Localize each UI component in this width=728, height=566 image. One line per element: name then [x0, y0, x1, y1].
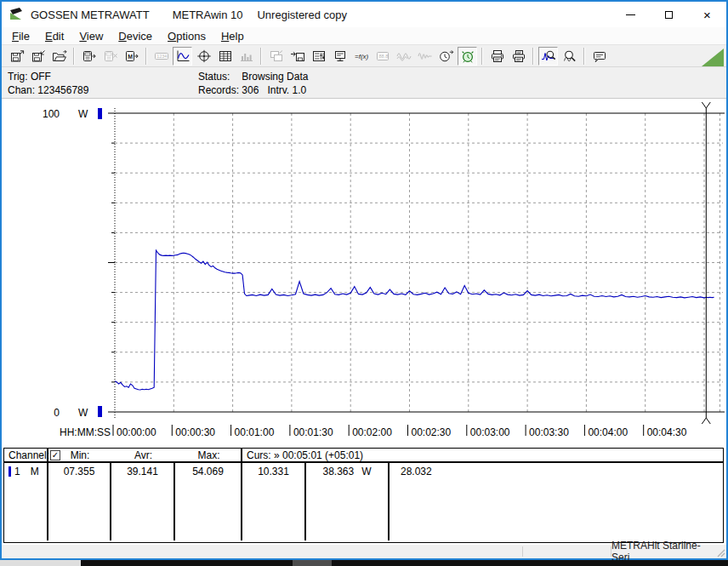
svg-text:1234: 1234	[156, 54, 167, 59]
time-export-icon	[439, 49, 454, 63]
sine-waves-icon	[396, 49, 412, 63]
menu-file[interactable]: File	[4, 28, 37, 44]
header-avr: Avr:	[111, 449, 175, 461]
resize-grip[interactable]	[717, 549, 725, 557]
svg-text:0: 0	[54, 407, 60, 419]
record-status-info: Status:Browsing Data Records: 306Intrv. …	[198, 70, 308, 97]
formula-editor-button[interactable]: =f(x)	[351, 47, 371, 66]
data-status-line: Status:Browsing Data	[198, 70, 308, 83]
channel-color-marker	[9, 466, 11, 477]
channel-number: 1	[14, 466, 20, 477]
panel-meter-icon: 88.8	[375, 49, 390, 63]
view-yt-chart-button[interactable]	[173, 47, 192, 66]
interval-value: Intrv. 1.0	[267, 84, 306, 96]
read-device-memory-button[interactable]: M	[122, 47, 141, 66]
view-xy-chart-button[interactable]	[194, 47, 213, 66]
measurement-table-panel: Channel: ✓ Min: Avr: Max: Curs: » 00:05:…	[2, 446, 726, 545]
svg-text:W: W	[78, 407, 88, 419]
toolbar-separator	[260, 48, 262, 65]
monitor-settings-button[interactable]	[330, 47, 350, 66]
header-cursor: Curs: » 00:05:01 (+05:01)	[242, 449, 723, 461]
svg-text:00:01:00: 00:01:00	[235, 426, 275, 438]
taskbar-strip	[0, 560, 728, 566]
time-export-button[interactable]	[436, 47, 456, 66]
save-file-as-button[interactable]	[28, 47, 48, 66]
svg-text:100: 100	[43, 108, 60, 120]
measurement-table-body: 1M 07.355 39.141 54.069 10.331 38.363W 2…	[4, 463, 723, 540]
header-min: Min:	[48, 449, 111, 461]
taskbar-light-segment	[0, 560, 81, 566]
svg-text:00:02:30: 00:02:30	[412, 426, 452, 438]
chart-grid	[115, 113, 723, 412]
channel-bottom-marker	[98, 406, 102, 417]
interval-timer-button[interactable]	[458, 47, 477, 66]
device-read-icon	[82, 49, 97, 63]
channel-settings-button[interactable]	[309, 47, 328, 66]
data-table-icon	[218, 49, 233, 63]
zoom-wave-icon	[541, 49, 556, 63]
print-button[interactable]	[487, 47, 507, 66]
formula-icon: =f(x)	[354, 49, 369, 63]
zoom-time-axis-button[interactable]	[538, 47, 558, 66]
data-status-value: Browsing Data	[242, 71, 308, 83]
screen: GOSSEN METRAWATT METRAwin 10 Unregistere…	[0, 0, 728, 566]
close-button[interactable]: ×	[688, 2, 726, 27]
close-icon: ×	[703, 9, 711, 21]
view-data-table-button[interactable]	[215, 47, 235, 66]
disconnect-device-button	[100, 47, 120, 66]
save-file-button[interactable]	[7, 47, 26, 66]
svg-text:00:03:30: 00:03:30	[529, 426, 569, 438]
metrawin-window: GOSSEN METRAWATT METRAwin 10 Unregistere…	[0, 0, 728, 560]
cell-delta: 28.032	[390, 463, 723, 540]
svg-text:00:01:30: 00:01:30	[293, 426, 333, 438]
maximize-button[interactable]	[650, 2, 688, 27]
statusbar-device-cell: METRAHit Starline-Seri	[611, 545, 726, 558]
export-data-button[interactable]	[287, 47, 307, 66]
taskbar-button-segment	[293, 560, 332, 566]
statusbar-mid-cell	[523, 545, 611, 558]
yt-chart-icon	[175, 49, 191, 63]
svg-text:88.8: 88.8	[378, 54, 388, 59]
data-curve	[115, 250, 714, 390]
toolbar: M1234=f(x)88.8	[2, 44, 726, 67]
read-device-button[interactable]	[79, 47, 99, 66]
transient-signal-button	[415, 47, 435, 66]
print-setup-button[interactable]	[509, 47, 528, 66]
printer-setup-icon	[511, 49, 526, 63]
tile-windows-icon	[269, 49, 284, 63]
status-bar: METRAHit Starline-Seri	[2, 545, 726, 558]
open-file-button[interactable]	[49, 47, 69, 66]
chart-frame: 100W0W	[43, 108, 725, 419]
header-channel: Channel:	[4, 449, 48, 461]
zoom-out-icon	[562, 49, 577, 63]
annotation-button[interactable]	[589, 47, 609, 66]
printer-icon	[490, 49, 505, 63]
svg-text:HH:MM:SS: HH:MM:SS	[60, 426, 111, 438]
measurement-table: Channel: ✓ Min: Avr: Max: Curs: » 00:05:…	[3, 448, 724, 543]
menu-view[interactable]: View	[71, 28, 111, 44]
yt-chart-area[interactable]: 100W0WHH:MM:SS00:00:0000:00:3000:01:0000…	[2, 99, 726, 446]
svg-text:00:00:30: 00:00:30	[175, 426, 215, 438]
svg-text:M: M	[128, 54, 133, 60]
menu-help[interactable]: Help	[213, 28, 252, 44]
histogram-icon	[239, 49, 254, 63]
zoom-out-button[interactable]	[560, 47, 579, 66]
trigger-channel-info: Trig: OFF Chan: 123456789	[8, 70, 88, 97]
device-memory-icon: M	[124, 49, 139, 63]
title-bar: GOSSEN METRAWATT METRAwin 10 Unregistere…	[2, 2, 726, 27]
toolbar-separator	[73, 48, 75, 65]
header-max: Max:	[175, 449, 242, 461]
trigger-status: Trig: OFF	[8, 70, 88, 83]
toolbar-separator	[481, 48, 483, 65]
menu-device[interactable]: Device	[111, 28, 160, 44]
menu-edit[interactable]: Edit	[37, 28, 71, 44]
menu-options[interactable]: Options	[160, 28, 213, 44]
cell-cursor-b: 38.363W	[306, 463, 390, 540]
channel-settings-icon	[311, 49, 327, 63]
cursor-b-unit: W	[361, 466, 371, 477]
floppy-export-icon	[9, 49, 25, 63]
maximize-icon	[665, 11, 673, 19]
view-digital-display-button: 1234	[151, 47, 171, 66]
minimize-button[interactable]	[611, 2, 650, 27]
yt-chart-svg: 100W0WHH:MM:SS00:00:0000:00:3000:01:0000…	[2, 99, 726, 446]
